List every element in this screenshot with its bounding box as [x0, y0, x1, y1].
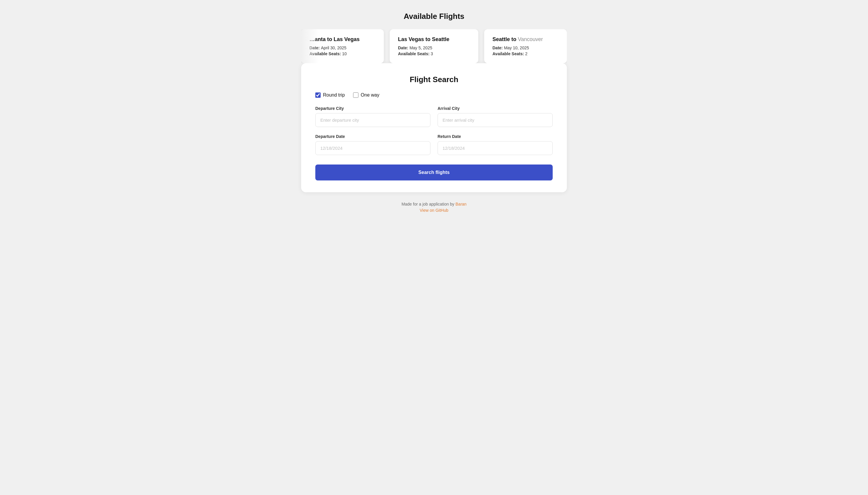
flight-3-title: Seattle to Vancouver: [492, 36, 559, 42]
flight-2-seats: Available Seats: 3: [398, 51, 470, 56]
flight-3-seats: Available Seats: 2: [492, 51, 559, 56]
flight-1-seats-label: Available Seats:: [309, 51, 342, 56]
flight-2-seats-label: Available Seats:: [398, 51, 431, 56]
flight-1-date: Date: April 30, 2025: [309, 46, 376, 50]
flight-2-origin: Las Vegas to: [398, 36, 432, 42]
flight-2-seats-value: 3: [431, 51, 433, 56]
arrival-city-group: Arrival City: [437, 106, 553, 127]
city-row: Departure City Arrival City: [315, 106, 553, 127]
flight-3-seats-value: 2: [525, 51, 527, 56]
flights-row: …anta to Las Vegas Date: April 30, 2025 …: [301, 29, 567, 63]
flight-2-title: Las Vegas to Seattle: [398, 36, 470, 42]
one-way-checkbox[interactable]: [353, 92, 359, 98]
search-flights-button[interactable]: Search flights: [315, 165, 553, 181]
flight-1-title: …anta to Las Vegas: [309, 36, 376, 42]
return-date-label: Return Date: [437, 134, 553, 139]
flight-1-date-value: April 30, 2025: [321, 46, 346, 50]
departure-city-group: Departure City: [315, 106, 431, 127]
flight-card-1: …anta to Las Vegas Date: April 30, 2025 …: [301, 29, 384, 63]
date-row: Departure Date Return Date: [315, 134, 553, 155]
round-trip-option[interactable]: Round trip: [315, 92, 345, 98]
flight-2-date-value: May 5, 2025: [410, 46, 432, 50]
flight-3-date-label: Date:: [492, 46, 504, 50]
flight-3-date: Date: May 10, 2025: [492, 46, 559, 50]
return-date-input[interactable]: [437, 141, 553, 155]
flight-1-destination: Las Vegas: [334, 36, 360, 42]
departure-date-label: Departure Date: [315, 134, 431, 139]
arrival-city-label: Arrival City: [437, 106, 553, 111]
one-way-label: One way: [361, 92, 379, 98]
footer: Made for a job application by Baran View…: [301, 202, 567, 213]
flight-3-origin: Seattle to: [492, 36, 518, 42]
arrival-city-input[interactable]: [437, 113, 553, 127]
page-container: Available Flights …anta to Las Vegas Dat…: [301, 12, 567, 213]
flight-2-date-label: Date:: [398, 46, 410, 50]
one-way-option[interactable]: One way: [353, 92, 379, 98]
departure-date-input[interactable]: [315, 141, 431, 155]
round-trip-checkbox[interactable]: [315, 92, 320, 98]
search-panel-title: Flight Search: [315, 75, 553, 84]
footer-credit: Made for a job application by Baran: [301, 202, 567, 206]
departure-date-group: Departure Date: [315, 134, 431, 155]
flights-section-title: Available Flights: [301, 12, 567, 21]
flight-1-seats: Available Seats: 10: [309, 51, 376, 56]
flight-1-origin: …anta to: [309, 36, 334, 42]
flight-3-destination: Vancouver: [518, 36, 543, 42]
trip-type-row: Round trip One way: [315, 92, 553, 98]
flight-3-date-value: May 10, 2025: [504, 46, 529, 50]
flight-2-date: Date: May 5, 2025: [398, 46, 470, 50]
flight-3-seats-label: Available Seats:: [492, 51, 525, 56]
flight-card-2: Las Vegas to Seattle Date: May 5, 2025 A…: [390, 29, 478, 63]
return-date-group: Return Date: [437, 134, 553, 155]
flight-1-seats-value: 10: [342, 51, 347, 56]
flight-2-destination: Seattle: [432, 36, 449, 42]
round-trip-label: Round trip: [323, 92, 345, 98]
footer-made-by: Made for a job application by: [401, 202, 454, 206]
flight-1-date-label: Date:: [309, 46, 321, 50]
github-link[interactable]: View on GitHub: [419, 208, 448, 212]
flight-card-3: Seattle to Vancouver Date: May 10, 2025 …: [484, 29, 567, 63]
departure-city-label: Departure City: [315, 106, 431, 111]
departure-city-input[interactable]: [315, 113, 431, 127]
footer-author: Baran: [455, 202, 467, 206]
flight-search-panel: Flight Search Round trip One way Departu…: [301, 63, 567, 192]
